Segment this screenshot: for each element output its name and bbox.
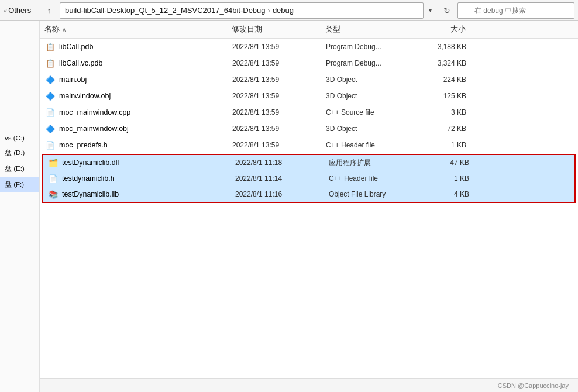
- file-name-cell: 📋 libCall.pdb: [45, 42, 232, 52]
- file-date-cell: 2022/8/1 13:59: [232, 59, 326, 67]
- file-type-cell: 应用程序扩展: [329, 158, 422, 168]
- up-button[interactable]: ↑: [41, 2, 57, 19]
- breadcrumb-part1: build-libCall-Desktop_Qt_5_12_2_MSVC2017…: [65, 6, 266, 15]
- breadcrumb-separator: ›: [268, 6, 270, 15]
- file-type-cell: 3D Object: [326, 125, 419, 133]
- file-name-text: testDynamiclib.lib: [62, 190, 119, 198]
- file-size-cell: 1 KB: [419, 141, 466, 149]
- refresh-icon: ↻: [443, 6, 450, 15]
- file-name-text: moc_predefs.h: [59, 141, 108, 149]
- file-type-cell: C++ Header file: [326, 141, 419, 149]
- up-icon: ↑: [47, 6, 51, 15]
- file-type-cell: Program Debug...: [326, 59, 419, 67]
- file-type-icon: 📄: [48, 173, 59, 184]
- search-wrapper: 🔍: [457, 2, 574, 19]
- sidebar: vs (C:) 盘 (D:) 盘 (E:) 盘 (F:): [0, 21, 40, 392]
- search-input[interactable]: [457, 2, 574, 19]
- file-size-cell: 72 KB: [419, 125, 466, 133]
- file-type-cell: C++ Source file: [326, 108, 419, 116]
- sidebar-label-c: vs (C:): [5, 135, 25, 142]
- sidebar-label-f: 盘 (F:): [5, 181, 24, 188]
- file-date-cell: 2022/8/1 13:59: [232, 43, 326, 51]
- file-date-cell: 2022/8/1 13:59: [232, 108, 326, 116]
- col-header-type[interactable]: 类型: [325, 25, 419, 35]
- col-header-size[interactable]: 大小: [419, 25, 466, 35]
- file-type-icon: 📋: [45, 58, 56, 68]
- breadcrumb-dropdown-button[interactable]: ▾: [424, 2, 436, 19]
- sidebar-item-c[interactable]: vs (C:): [0, 131, 39, 145]
- file-type-icon: 📄: [45, 140, 56, 150]
- file-type-icon: 🔷: [45, 123, 56, 134]
- file-type-icon: 📄: [45, 107, 56, 118]
- file-date-cell: 2022/8/1 13:59: [232, 75, 326, 84]
- file-date-cell: 2022/8/1 13:59: [232, 141, 326, 149]
- main-layout: vs (C:) 盘 (D:) 盘 (E:) 盘 (F:) 名称 ∧ 修改日期 类…: [0, 21, 578, 392]
- file-size-cell: 3 KB: [419, 108, 466, 116]
- file-name-cell: 📄 moc_predefs.h: [45, 140, 232, 150]
- breadcrumb-part2: debug: [273, 6, 294, 15]
- status-bar: CSDN @Cappuccino-jay: [40, 378, 578, 392]
- sort-arrow-name: ∧: [62, 26, 66, 33]
- file-type-icon: 🗂️: [48, 157, 59, 168]
- table-row[interactable]: 📚 testDynamiclib.lib 2022/8/1 11:16 Obje…: [42, 187, 576, 203]
- file-type-cell: 3D Object: [326, 75, 419, 84]
- table-row[interactable]: 📋 libCall.vc.pdb 2022/8/1 13:59 Program …: [40, 55, 578, 71]
- table-row[interactable]: 📄 testdynamiclib.h 2022/8/1 11:14 C++ He…: [42, 170, 576, 187]
- breadcrumb-bar[interactable]: build-libCall-Desktop_Qt_5_12_2_MSVC2017…: [60, 2, 424, 19]
- content-area: 名称 ∧ 修改日期 类型 大小 📋 libCall.pdb 2022/8/1 1…: [40, 21, 578, 392]
- file-name-text: moc_mainwindow.obj: [59, 125, 129, 133]
- file-type-icon: 🔷: [45, 74, 56, 85]
- file-name-text: libCall.vc.pdb: [59, 59, 102, 67]
- file-name-text: main.obj: [59, 75, 87, 84]
- watermark-text: CSDN @Cappuccino-jay: [498, 382, 569, 389]
- table-row[interactable]: 🔷 moc_mainwindow.obj 2022/8/1 13:59 3D O…: [40, 121, 578, 137]
- file-size-cell: 3,188 KB: [419, 43, 466, 51]
- file-size-cell: 4 KB: [422, 190, 469, 198]
- file-name-text: mainwindow.obj: [59, 92, 111, 100]
- file-date-cell: 2022/8/1 11:18: [235, 159, 329, 167]
- file-name-cell: 📄 testdynamiclib.h: [48, 173, 235, 184]
- file-name-cell: 🗂️ testDynamiclib.dll: [48, 157, 235, 168]
- sidebar-item-e[interactable]: 盘 (E:): [0, 161, 39, 177]
- file-name-cell: 🔷 moc_mainwindow.obj: [45, 123, 232, 134]
- file-size-cell: 224 KB: [419, 75, 466, 84]
- file-name-text: moc_mainwindow.cpp: [59, 108, 130, 116]
- file-type-cell: 3D Object: [326, 92, 419, 100]
- col-header-name[interactable]: 名称 ∧: [44, 25, 232, 35]
- file-date-cell: 2022/8/1 13:59: [232, 92, 326, 100]
- title-bar: ◀ ▶ ↑ build-libCall-Desktop_Qt_5_12_2_MS…: [0, 0, 578, 21]
- file-date-cell: 2022/8/1 11:16: [235, 190, 329, 198]
- file-list: 📋 libCall.pdb 2022/8/1 13:59 Program Deb…: [40, 39, 578, 378]
- file-name-text: libCall.pdb: [59, 43, 93, 51]
- file-name-text: testdynamiclib.h: [62, 174, 115, 183]
- file-type-cell: Program Debug...: [326, 43, 419, 51]
- sidebar-label-e: 盘 (E:): [5, 165, 25, 172]
- file-name-cell: 📄 moc_mainwindow.cpp: [45, 107, 232, 118]
- column-headers: 名称 ∧ 修改日期 类型 大小: [40, 21, 578, 39]
- file-name-cell: 🔷 mainwindow.obj: [45, 91, 232, 101]
- file-name-cell: 📋 libCall.vc.pdb: [45, 58, 232, 68]
- file-size-cell: 47 KB: [422, 159, 469, 167]
- sidebar-item-d[interactable]: 盘 (D:): [0, 145, 39, 161]
- file-size-cell: 1 KB: [422, 174, 469, 183]
- table-row[interactable]: 🗂️ testDynamiclib.dll 2022/8/1 11:18 应用程…: [42, 154, 576, 170]
- col-header-date[interactable]: 修改日期: [232, 25, 325, 35]
- sidebar-item-f[interactable]: 盘 (F:): [0, 177, 39, 192]
- table-row[interactable]: 📋 libCall.pdb 2022/8/1 13:59 Program Deb…: [40, 39, 578, 55]
- file-type-cell: Object File Library: [329, 190, 422, 198]
- file-type-icon: 📚: [48, 189, 59, 200]
- chevron-down-icon: ▾: [429, 7, 432, 13]
- file-date-cell: 2022/8/1 11:14: [235, 174, 329, 183]
- file-date-cell: 2022/8/1 13:59: [232, 125, 326, 133]
- refresh-button[interactable]: ↻: [439, 2, 455, 19]
- table-row[interactable]: 📄 moc_predefs.h 2022/8/1 13:59 C++ Heade…: [40, 137, 578, 153]
- sidebar-label-d: 盘 (D:): [5, 149, 25, 156]
- file-size-cell: 3,324 KB: [419, 59, 466, 67]
- table-row[interactable]: 🔷 main.obj 2022/8/1 13:59 3D Object 224 …: [40, 71, 578, 88]
- table-row[interactable]: 🔷 mainwindow.obj 2022/8/1 13:59 3D Objec…: [40, 88, 578, 104]
- table-row[interactable]: 📄 moc_mainwindow.cpp 2022/8/1 13:59 C++ …: [40, 104, 578, 121]
- file-size-cell: 125 KB: [419, 92, 466, 100]
- file-name-cell: 🔷 main.obj: [45, 74, 232, 85]
- file-type-cell: C++ Header file: [329, 174, 422, 183]
- file-name-cell: 📚 testDynamiclib.lib: [48, 189, 235, 200]
